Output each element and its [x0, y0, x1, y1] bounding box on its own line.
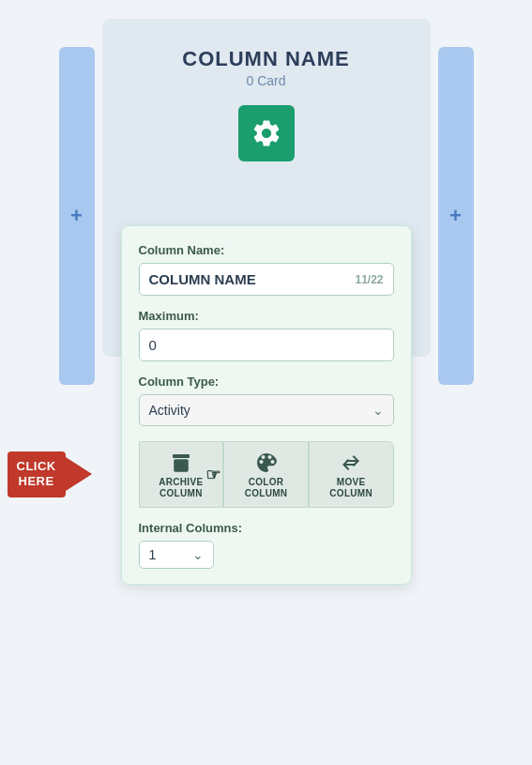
color-column-button[interactable]: COLOR COLUMN [223, 441, 309, 508]
cursor-icon: ☞ [205, 466, 220, 486]
maximum-label: Maximum: [139, 309, 394, 323]
move-column-button[interactable]: MOVE COLUMN [309, 441, 394, 508]
archive-icon [170, 451, 192, 474]
svg-rect-0 [173, 454, 190, 458]
move-icon [340, 451, 362, 474]
gear-button[interactable] [238, 105, 295, 161]
maximum-input-wrapper[interactable] [139, 329, 394, 361]
click-here-badge: CLICK HERE [8, 451, 92, 498]
internal-columns-label: Internal Columns: [139, 521, 394, 535]
click-here-line2: HERE [19, 475, 54, 489]
column-settings-panel: Column Name: 11/22 Maximum: Column Type:… [121, 225, 412, 585]
column-type-value: Activity [149, 403, 190, 418]
action-buttons-row: CLICK HERE ☞ ARCHIVE COLUMN COLOR CO [139, 441, 394, 508]
column-title: COLUMN NAME [182, 47, 349, 71]
column-name-input[interactable] [149, 271, 326, 287]
color-button-label-line1: COLOR [249, 477, 284, 488]
click-here-line1: CLICK [17, 459, 56, 473]
chevron-down-icon: ⌄ [372, 403, 384, 418]
click-here-arrow [66, 458, 92, 492]
internal-chevron-down-icon: ⌄ [192, 547, 204, 562]
archive-column-button[interactable]: ☞ ARCHIVE COLUMN [139, 441, 224, 508]
internal-columns-select[interactable]: 1 ⌄ [139, 541, 214, 569]
move-button-label-line1: MOVE [337, 477, 366, 488]
move-button-label-line2: COLUMN [329, 488, 372, 499]
maximum-input[interactable] [149, 337, 384, 353]
right-side-panel: + [438, 47, 474, 385]
left-side-panel: + [59, 47, 95, 385]
internal-columns-value: 1 [149, 547, 157, 562]
column-subtitle: 0 Card [246, 73, 285, 88]
svg-rect-2 [178, 464, 184, 466]
right-add-button[interactable]: + [449, 204, 462, 228]
internal-columns-row: 1 ⌄ [139, 541, 394, 569]
column-name-input-wrapper[interactable]: 11/22 [139, 263, 394, 296]
column-name-char-count: 11/22 [355, 273, 383, 286]
click-here-box: CLICK HERE [8, 451, 66, 498]
color-icon [255, 451, 278, 474]
column-name-label: Column Name: [139, 243, 394, 257]
color-button-label-line2: COLUMN [245, 488, 288, 499]
column-type-label: Column Type: [139, 375, 394, 389]
column-type-select[interactable]: Activity ⌄ [139, 394, 394, 426]
gear-icon [251, 117, 282, 149]
archive-button-label-line2: COLUMN [160, 488, 203, 499]
left-add-button[interactable]: + [70, 204, 83, 228]
archive-button-label-line1: ARCHIVE [159, 477, 203, 488]
